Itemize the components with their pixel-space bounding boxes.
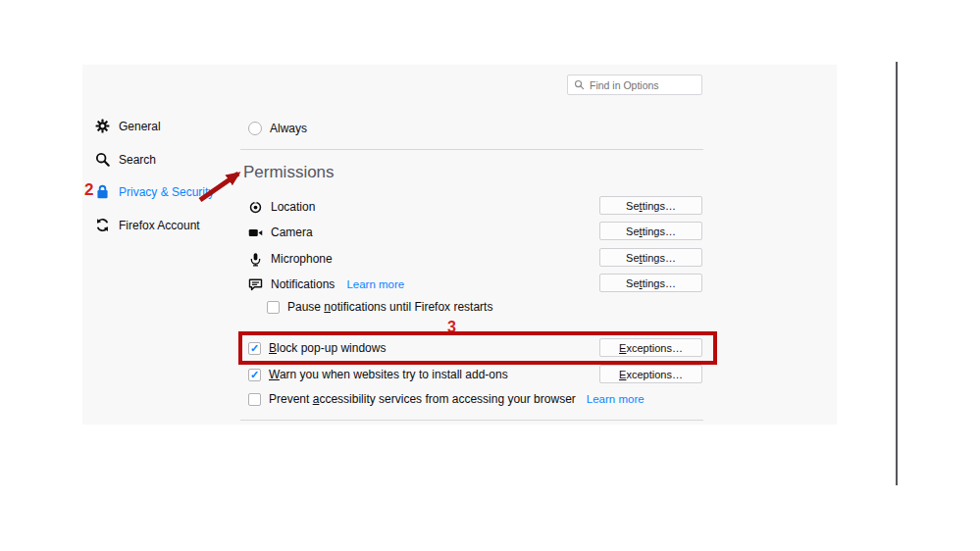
permission-row-microphone: Microphone — [248, 251, 333, 267]
location-icon — [248, 200, 263, 215]
sidebar-item-general[interactable]: General — [95, 118, 161, 134]
permission-label: Microphone — [271, 252, 333, 266]
permission-row-notifications: Notifications Learn more — [248, 276, 404, 292]
always-radio-row[interactable]: Always — [248, 121, 307, 136]
sidebar-item-privacy-security[interactable]: Privacy & Security — [95, 183, 214, 200]
permission-label: Camera — [271, 225, 313, 239]
section-divider-top — [240, 149, 703, 150]
gear-icon — [95, 119, 110, 133]
search-icon — [95, 152, 110, 167]
block-popup-checkbox[interactable] — [248, 342, 261, 355]
block-popup-row[interactable]: Block pop-up windows — [248, 340, 386, 356]
pause-notifications-checkbox[interactable] — [267, 301, 280, 314]
pause-notifications-row[interactable]: Pause notifications until Firefox restar… — [267, 299, 492, 315]
warn-addons-checkbox[interactable] — [248, 369, 261, 381]
search-input[interactable] — [590, 79, 697, 91]
sidebar-item-label: Search — [119, 153, 156, 167]
addons-exceptions-button[interactable]: Exceptions… — [599, 365, 702, 383]
permissions-section-title: Permissions — [243, 163, 335, 182]
always-radio[interactable] — [248, 122, 262, 135]
accessibility-learn-more-link[interactable]: Learn more — [587, 393, 645, 405]
options-panel: General Search Privacy & Security F — [82, 65, 837, 425]
permission-label: Notifications — [271, 277, 335, 291]
sidebar-item-label: Firefox Account — [119, 219, 200, 232]
pause-notifications-label: Pause notifications until Firefox restar… — [287, 300, 492, 314]
annotation-step-2: 2 — [84, 180, 93, 200]
sidebar-item-label: General — [119, 120, 161, 133]
always-radio-label: Always — [270, 122, 307, 135]
accessibility-label: Prevent accessibility services from acce… — [269, 392, 576, 406]
sync-icon — [95, 218, 110, 232]
block-popup-label: Block pop-up windows — [269, 341, 386, 355]
magnifier-icon — [574, 79, 585, 90]
microphone-settings-button[interactable]: Settings… — [599, 248, 702, 267]
accessibility-checkbox[interactable] — [248, 393, 261, 406]
camera-icon — [248, 225, 263, 240]
location-settings-button[interactable]: Settings… — [599, 196, 702, 215]
right-vertical-divider — [896, 62, 898, 485]
notifications-settings-button[interactable]: Settings… — [599, 274, 702, 292]
microphone-icon — [248, 252, 263, 267]
firefox-options-screenshot: General Search Privacy & Security F — [0, 0, 980, 551]
find-in-options-searchbox[interactable] — [567, 75, 702, 95]
warn-addons-label: Warn you when websites try to install ad… — [269, 368, 508, 381]
accessibility-row[interactable]: Prevent accessibility services from acce… — [248, 391, 645, 407]
sidebar-item-firefox-account[interactable]: Firefox Account — [95, 217, 200, 233]
warn-addons-row[interactable]: Warn you when websites try to install ad… — [248, 367, 508, 382]
sidebar-item-search[interactable]: Search — [95, 151, 156, 168]
camera-settings-button[interactable]: Settings… — [599, 222, 702, 240]
section-divider-bottom — [240, 420, 703, 421]
annotation-step-3: 3 — [447, 319, 456, 336]
permission-label: Location — [271, 200, 315, 214]
permission-row-camera: Camera — [248, 225, 313, 240]
permission-row-location: Location — [248, 199, 315, 215]
notifications-learn-more-link[interactable]: Learn more — [346, 278, 404, 290]
sidebar-item-label: Privacy & Security — [119, 185, 214, 199]
notifications-icon — [248, 277, 263, 292]
popup-exceptions-button[interactable]: Exceptions… — [599, 338, 702, 357]
lock-icon — [95, 184, 110, 199]
